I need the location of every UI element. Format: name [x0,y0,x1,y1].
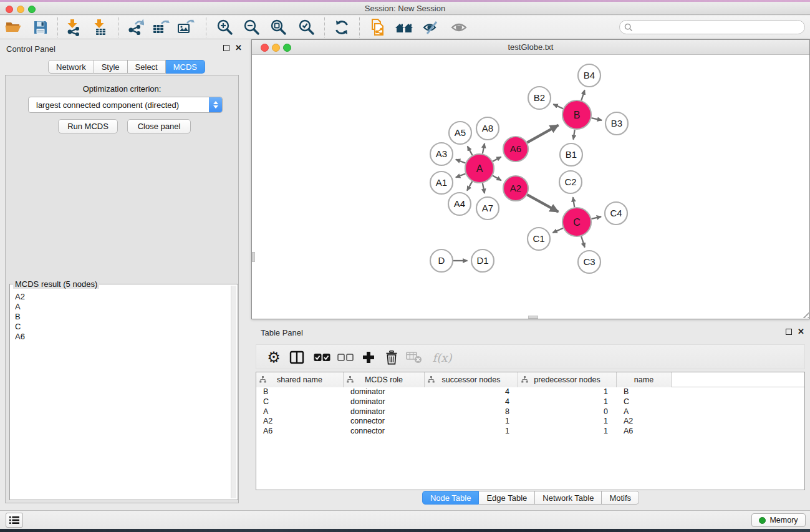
cell-mcds-role[interactable]: dominator [344,387,425,397]
import-network-icon[interactable] [62,17,84,37]
cell-successor-nodes[interactable]: 1 [425,417,518,427]
function-builder-icon[interactable]: f(x) [428,347,456,367]
select-all-icon[interactable] [312,347,333,367]
graph-edge-C-C3[interactable] [581,236,585,248]
home-view-icon[interactable] [393,17,415,37]
column-header-predecessor-nodes[interactable]: predecessor nodes [518,372,617,387]
cell-predecessor-nodes[interactable]: 0 [518,407,617,417]
table-row-C[interactable]: Cdominator41C [256,397,804,407]
graph-edge-A-A4[interactable] [467,181,472,191]
cell-successor-nodes[interactable]: 4 [425,397,518,407]
result-item-A2[interactable]: A2 [15,292,229,302]
column-layout-icon[interactable] [286,347,307,367]
graph-edge-B-B3[interactable] [591,118,602,120]
graph-edge-A-A5[interactable] [468,147,473,155]
save-session-icon[interactable] [30,17,51,37]
graph-edge-A-A7[interactable] [483,183,485,194]
graph-edge-B-B1[interactable] [573,130,574,140]
show-view-icon[interactable] [448,17,470,37]
export-image-icon[interactable] [175,17,196,37]
column-header-shared-name[interactable]: shared name [256,372,344,387]
tab-motifs[interactable]: Motifs [602,491,639,505]
graph-edge-A-A1[interactable] [456,174,466,178]
cell-predecessor-nodes[interactable]: 1 [518,397,617,407]
tab-style[interactable]: Style [94,60,128,74]
table-row-A2[interactable]: A2connector11A2 [256,417,804,427]
column-header-name[interactable]: name [617,372,672,387]
search-text-field[interactable] [633,23,804,32]
zoom-selected-icon[interactable] [296,17,317,37]
cell-shared-name[interactable]: A6 [256,427,344,437]
tab-select[interactable]: Select [128,60,166,74]
cell-name[interactable]: C [617,397,672,407]
graph-edge-A-A2[interactable] [493,176,501,181]
cell-successor-nodes[interactable]: 8 [425,407,518,417]
clone-network-icon[interactable] [367,17,388,37]
mcds-result-list[interactable]: A2ABCA6 [15,292,229,497]
zoom-fit-icon[interactable] [268,17,289,37]
cell-mcds-role[interactable]: dominator [344,397,425,407]
toggle-graphics-details-icon[interactable] [420,17,441,37]
graph-edge-C-C1[interactable] [552,228,563,233]
cell-name[interactable]: A [617,407,672,417]
column-header-mcds-role[interactable]: MCDS role [344,372,425,387]
tab-node-table[interactable]: Node Table [422,491,480,505]
network-canvas[interactable]: AA1A2A3A4A5A6A7A8BB1B2B3B4CC1C2C3C4DD1 [252,56,809,319]
column-header-successor-nodes[interactable]: successor nodes [425,372,518,387]
cell-name[interactable]: A6 [617,427,672,437]
graph-edge-C-C2[interactable] [573,197,575,207]
task-history-button[interactable] [6,513,23,528]
cell-mcds-role[interactable]: connector [344,417,425,427]
cell-predecessor-nodes[interactable]: 1 [518,427,617,437]
cell-shared-name[interactable]: C [256,397,344,407]
cell-predecessor-nodes[interactable]: 1 [518,387,617,397]
vertical-scroll-stub[interactable] [252,252,255,262]
refresh-view-icon[interactable] [331,17,352,37]
table-row-A6[interactable]: A6connector11A6 [256,427,804,437]
zoom-in-icon[interactable] [215,17,236,37]
cell-shared-name[interactable]: A [256,407,344,417]
float-panel-icon[interactable] [223,45,229,51]
add-row-icon[interactable] [358,347,379,367]
result-item-A[interactable]: A [15,302,229,312]
cell-predecessor-nodes[interactable]: 1 [518,417,617,427]
close-panel-icon[interactable]: ✕ [235,45,242,51]
optimization-criterion-dropdown[interactable]: largest connected component (directed) [28,97,223,113]
graph-edge-A6-B[interactable] [527,125,558,143]
result-item-B[interactable]: B [15,312,229,322]
cell-name[interactable]: B [617,387,672,397]
table-row-A[interactable]: Adominator80A [256,407,804,417]
graph-edge-A-A6[interactable] [493,157,501,162]
graph-edge-A-A3[interactable] [456,160,466,163]
tab-network[interactable]: Network [48,60,94,74]
graph-edge-B-B2[interactable] [553,104,563,109]
cell-mcds-role[interactable]: dominator [344,407,425,417]
memory-button[interactable]: Memory [751,513,806,527]
run-mcds-button[interactable]: Run MCDS [58,119,118,133]
open-session-icon[interactable] [2,17,24,37]
network-window-titlebar[interactable]: testGlobe.txt [252,40,809,55]
import-table-icon[interactable] [89,17,110,37]
graph-edge-A-A8[interactable] [483,143,485,154]
tab-edge-table[interactable]: Edge Table [479,491,535,505]
search-input[interactable] [619,20,805,34]
export-network-icon[interactable] [125,17,146,37]
cell-name[interactable]: A2 [617,417,672,427]
graph-edge-B-B4[interactable] [581,90,584,100]
cell-shared-name[interactable]: B [256,387,344,397]
result-item-A6[interactable]: A6 [15,332,229,342]
graph-edge-C-C4[interactable] [591,216,601,219]
result-scrollbar[interactable] [231,286,236,498]
horizontal-scroll-stub[interactable] [528,316,538,319]
delete-table-icon[interactable] [403,347,425,367]
zoom-out-icon[interactable] [241,17,263,37]
close-table-panel-icon[interactable]: ✕ [798,329,804,335]
cell-mcds-role[interactable]: connector [344,427,425,437]
graph-edge-A2-C[interactable] [527,195,558,212]
tab-network-table[interactable]: Network Table [535,491,602,505]
cell-successor-nodes[interactable]: 4 [425,387,518,397]
node-table[interactable]: shared nameMCDS rolesuccessor nodesprede… [256,372,805,490]
close-panel-button[interactable]: Close panel [127,119,191,133]
table-row-B[interactable]: Bdominator41B [256,387,804,397]
cell-successor-nodes[interactable]: 1 [425,427,518,437]
